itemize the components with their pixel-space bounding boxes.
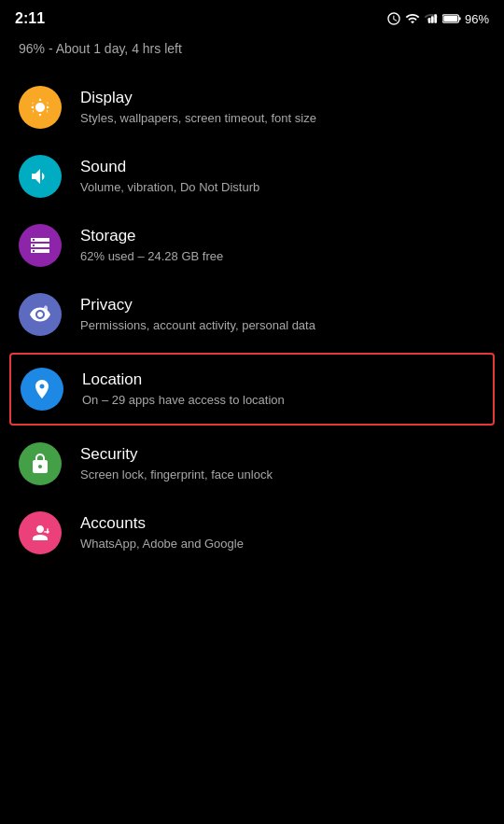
settings-item-location[interactable]: Location On – 29 apps have access to loc… xyxy=(9,353,495,426)
location-subtitle: On – 29 apps have access to location xyxy=(82,392,483,409)
accounts-icon xyxy=(29,522,51,544)
sound-subtitle: Volume, vibration, Do Not Disturb xyxy=(80,179,485,196)
settings-item-security[interactable]: Security Screen lock, fingerprint, face … xyxy=(0,429,504,498)
settings-item-accounts[interactable]: Accounts WhatsApp, Adobe and Google xyxy=(0,498,504,567)
accounts-subtitle: WhatsApp, Adobe and Google xyxy=(80,536,485,552)
display-subtitle: Styles, wallpapers, screen timeout, font… xyxy=(80,110,485,127)
battery-info: 96% - About 1 day, 4 hrs left xyxy=(0,34,504,73)
battery-percentage: 96% xyxy=(465,12,489,26)
svg-rect-4 xyxy=(459,17,461,20)
security-title: Security xyxy=(80,444,485,465)
location-icon xyxy=(31,378,53,400)
display-title: Display xyxy=(80,88,485,108)
security-item-text: Security Screen lock, fingerprint, face … xyxy=(80,444,485,483)
accounts-icon-circle xyxy=(19,511,62,554)
battery-icon xyxy=(442,12,461,25)
settings-list: Display Styles, wallpapers, screen timeo… xyxy=(0,73,504,567)
sound-title: Sound xyxy=(80,157,485,177)
svg-rect-7 xyxy=(47,528,49,534)
storage-icon xyxy=(29,234,51,257)
svg-rect-2 xyxy=(428,18,431,22)
status-time: 2:11 xyxy=(15,10,45,27)
svg-rect-1 xyxy=(431,16,434,22)
security-icon xyxy=(29,453,51,475)
security-subtitle: Screen lock, fingerprint, face unlock xyxy=(80,467,485,483)
svg-rect-5 xyxy=(443,16,457,21)
settings-item-storage[interactable]: Storage 62% used – 24.28 GB free xyxy=(0,211,504,280)
display-icon-circle xyxy=(19,86,62,129)
location-icon-circle xyxy=(21,368,63,411)
sound-item-text: Sound Volume, vibration, Do Not Disturb xyxy=(80,157,485,196)
sound-icon-circle xyxy=(19,155,62,198)
storage-icon-circle xyxy=(19,224,62,267)
privacy-title: Privacy xyxy=(80,295,485,315)
storage-subtitle: 62% used – 24.28 GB free xyxy=(80,248,485,265)
privacy-icon-circle xyxy=(19,293,62,336)
settings-item-privacy[interactable]: Privacy Permissions, account activity, p… xyxy=(0,280,504,349)
security-icon-circle xyxy=(19,442,62,485)
privacy-subtitle: Permissions, account activity, personal … xyxy=(80,317,485,334)
display-item-text: Display Styles, wallpapers, screen timeo… xyxy=(80,88,485,127)
accounts-title: Accounts xyxy=(80,513,485,534)
location-title: Location xyxy=(82,370,483,390)
storage-title: Storage xyxy=(80,226,485,246)
signal-icon xyxy=(424,11,439,26)
settings-item-sound[interactable]: Sound Volume, vibration, Do Not Disturb xyxy=(0,142,504,211)
status-bar: 2:11 xyxy=(0,0,504,34)
sound-icon xyxy=(29,165,51,188)
accounts-item-text: Accounts WhatsApp, Adobe and Google xyxy=(80,513,485,552)
privacy-icon xyxy=(29,303,51,326)
storage-item-text: Storage 62% used – 24.28 GB free xyxy=(80,226,485,265)
wifi-icon xyxy=(405,11,420,26)
location-item-text: Location On – 29 apps have access to loc… xyxy=(82,370,483,409)
privacy-item-text: Privacy Permissions, account activity, p… xyxy=(80,295,485,334)
status-icons: 96% xyxy=(386,11,489,26)
svg-rect-0 xyxy=(434,14,437,22)
display-icon xyxy=(29,96,51,119)
alarm-icon xyxy=(386,11,401,26)
settings-item-display[interactable]: Display Styles, wallpapers, screen timeo… xyxy=(0,73,504,142)
